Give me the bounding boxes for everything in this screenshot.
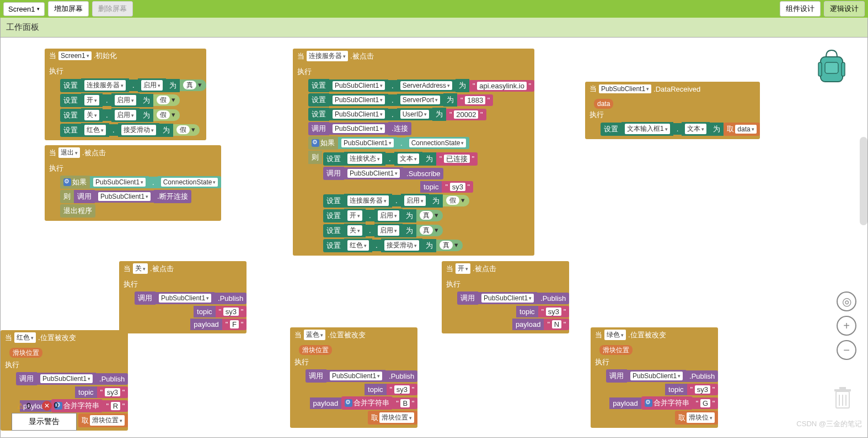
zoom-in-button[interactable]: + <box>837 316 856 336</box>
block-on-click[interactable]: 当 开 .被点击 执行 调用PubSubClient1.Publish topi… <box>442 261 569 333</box>
warning-box[interactable]: 显示警告 <box>12 413 77 431</box>
block-screen-init[interactable]: 当 Screen1 .初始化 执行 设置连接服务器.启用为真 ▾ 设置开.启用为… <box>45 49 206 140</box>
center-button[interactable]: ◎ <box>837 291 856 311</box>
block-off-click[interactable]: 当 关 .被点击 执行 调用PubSubClient1.Publish topi… <box>119 261 247 333</box>
block-connect-server[interactable]: 当 连接服务器 .被点击 执行 设置PubSubClient1.ServerAd… <box>293 49 534 256</box>
watermark: CSDN @三金的笔记 <box>796 419 862 429</box>
gear-icon[interactable] <box>63 178 71 186</box>
svg-rect-1 <box>825 62 838 73</box>
svg-rect-6 <box>839 387 846 389</box>
trash-icon[interactable] <box>832 385 854 410</box>
svg-rect-3 <box>842 62 845 76</box>
param-data: data <box>594 99 613 109</box>
block-green-position[interactable]: 当 绿色 .位置被改变 滑块位置 执行 调用PubSubClient1.Publ… <box>591 327 718 428</box>
svg-rect-2 <box>818 62 822 76</box>
error-icon: ✕ <box>42 401 52 411</box>
block-data-received[interactable]: 当 PubSubClient1 .DataReceived data 执行 设置… <box>585 82 760 139</box>
gear-icon[interactable] <box>345 399 352 407</box>
warning-icon: ⚠ <box>17 401 24 410</box>
toolbar: Screen1▾ 增加屏幕 删除屏幕 组件设计 逻辑设计 <box>0 0 868 18</box>
status-bar: ⚠ 0 ✕ 0 <box>17 401 58 411</box>
svg-rect-5 <box>834 389 851 391</box>
component-design-button[interactable]: 组件设计 <box>780 1 821 17</box>
remove-screen-button[interactable]: 删除屏幕 <box>92 1 133 17</box>
gear-icon[interactable] <box>312 139 319 147</box>
logic-design-button[interactable]: 逻辑设计 <box>824 1 865 17</box>
scrollbar[interactable] <box>860 137 867 225</box>
component-dropdown[interactable]: Screen1 <box>58 51 92 60</box>
zoom-out-button[interactable]: − <box>837 340 856 360</box>
zoom-controls: ◎ + − <box>837 291 856 360</box>
workspace[interactable]: 当 Screen1 .初始化 执行 设置连接服务器.启用为真 ▾ 设置开.启用为… <box>0 38 868 438</box>
backpack-icon[interactable] <box>815 46 848 84</box>
screen-selector[interactable]: Screen1▾ <box>3 2 45 16</box>
block-exit[interactable]: 当 退出 .被点击 执行 如果PubSubClient1.ConnectionS… <box>45 145 221 221</box>
gear-icon[interactable] <box>645 399 652 407</box>
block-blue-position[interactable]: 当 蓝色 .位置被改变 滑块位置 执行 调用PubSubClient1.Publ… <box>290 327 417 428</box>
panel-header: 工作面板 <box>0 18 868 38</box>
add-screen-button[interactable]: 增加屏幕 <box>48 1 89 17</box>
